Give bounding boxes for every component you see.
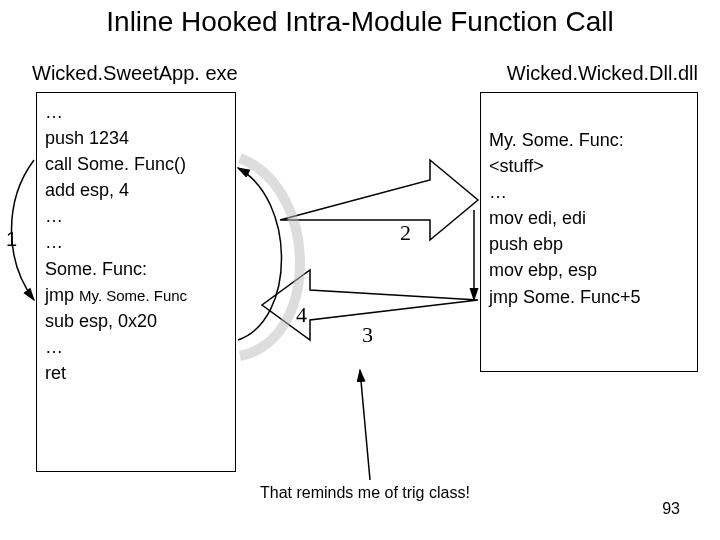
code-line: …	[45, 334, 227, 360]
code-line: …	[45, 229, 227, 255]
left-module-label: Wicked.SweetApp. exe	[32, 62, 238, 85]
code-line: mov edi, edi	[489, 205, 689, 231]
code-line: My. Some. Func:	[489, 127, 689, 153]
step-1-label: 1	[6, 228, 17, 251]
code-line: jmp My. Some. Func	[45, 282, 227, 308]
right-module-label: Wicked.Wicked.Dll.dll	[507, 62, 698, 85]
code-line: <stuff>	[489, 153, 689, 179]
code-line: sub esp, 0x20	[45, 308, 227, 334]
page-number: 93	[662, 500, 680, 518]
code-line: …	[489, 179, 689, 205]
code-line: add esp, 4	[45, 177, 227, 203]
code-line: push ebp	[489, 231, 689, 257]
code-line: push 1234	[45, 125, 227, 151]
code-line: …	[45, 99, 227, 125]
code-line: call Some. Func()	[45, 151, 227, 177]
step-4-label: 4	[296, 302, 307, 327]
code-line: …	[45, 203, 227, 229]
slide-title: Inline Hooked Intra-Module Function Call	[0, 6, 720, 38]
right-code-box: My. Some. Func: <stuff> … mov edi, edi p…	[480, 92, 698, 372]
arrow-2	[280, 160, 478, 240]
caption-text: That reminds me of trig class!	[260, 484, 470, 502]
step-2-label: 2	[400, 220, 411, 245]
code-line: ret	[45, 360, 227, 386]
left-code-box: … push 1234 call Some. Func() add esp, 4…	[36, 92, 236, 472]
arrow-3	[262, 270, 478, 340]
code-line: jmp Some. Func+5	[489, 284, 689, 310]
code-line: Some. Func:	[45, 256, 227, 282]
step-3-label: 3	[362, 322, 373, 347]
code-line: mov ebp, esp	[489, 257, 689, 283]
